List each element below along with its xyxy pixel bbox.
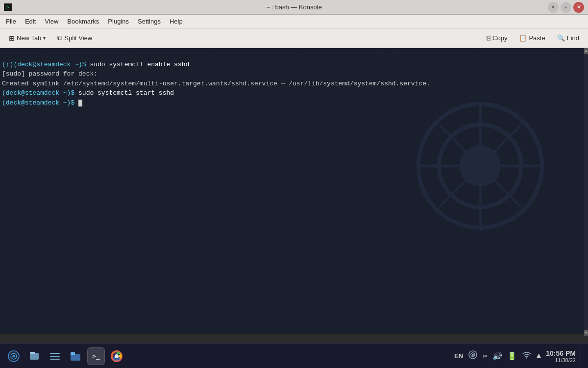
svg-rect-11 xyxy=(71,354,80,361)
svg-rect-10 xyxy=(50,359,60,360)
menu-settings[interactable]: Settings xyxy=(134,16,165,26)
paste-button[interactable]: 📋 Paste xyxy=(514,32,550,44)
find-label: Find xyxy=(567,34,579,42)
svg-point-0 xyxy=(418,104,542,228)
svg-rect-12 xyxy=(71,352,75,355)
taskbar-terminal-icon[interactable]: >_ xyxy=(87,347,105,365)
tray-arrow-icon[interactable]: ▲ xyxy=(537,352,541,361)
menu-plugins[interactable]: Plugins xyxy=(104,16,133,26)
menu-file[interactable]: File xyxy=(2,16,20,26)
tray-steam-icon[interactable] xyxy=(468,350,478,362)
maximize-button[interactable]: ▪ xyxy=(561,2,571,13)
svg-point-2 xyxy=(460,145,501,186)
window-title: ~ : bash — Konsole xyxy=(266,3,322,11)
taskbar-steam-icon[interactable] xyxy=(5,347,23,365)
taskbar: >_ EN ✂ 🔊 🔋 xyxy=(0,343,588,368)
show-desktop-button[interactable] xyxy=(581,347,583,365)
split-view-icon: ⧉ xyxy=(57,34,62,42)
tray-wifi-icon[interactable] xyxy=(522,350,532,362)
copy-label: Copy xyxy=(492,34,507,42)
svg-rect-7 xyxy=(30,352,35,354)
taskbar-discover-icon[interactable] xyxy=(46,347,64,365)
new-tab-button[interactable]: ⊞ New Tab ▾ xyxy=(4,32,50,44)
tray-battery-icon[interactable]: 🔋 xyxy=(507,351,517,361)
menu-help[interactable]: Help xyxy=(166,16,187,26)
new-tab-dropdown-icon[interactable]: ▾ xyxy=(43,35,46,41)
minimize-button[interactable]: ▾ xyxy=(548,2,559,13)
taskbar-files-icon[interactable] xyxy=(25,347,43,365)
svg-rect-6 xyxy=(30,353,39,360)
svg-rect-9 xyxy=(50,356,60,357)
menu-edit[interactable]: Edit xyxy=(21,16,40,26)
tray-volume-icon[interactable]: 🔊 xyxy=(492,351,502,361)
system-clock[interactable]: 10:56 PM 11/30/22 xyxy=(546,349,576,363)
terminal-content: (↑)(deck@steamdeck ~)$ sudo systemctl en… xyxy=(2,50,588,117)
copy-icon: ⎘ xyxy=(487,34,490,42)
find-icon: 🔍 xyxy=(557,34,565,42)
clock-time: 10:56 PM xyxy=(546,349,576,357)
clock-date: 11/30/22 xyxy=(546,357,576,363)
menu-view[interactable]: View xyxy=(41,16,62,26)
new-tab-icon: ⊞ xyxy=(9,34,15,42)
terminal-area[interactable]: (↑)(deck@steamdeck ~)$ sudo systemctl en… xyxy=(0,48,588,334)
toolbar: ⊞ New Tab ▾ ⧉ Split View ⎘ Copy 📋 Paste … xyxy=(0,28,588,48)
tray-scissors-icon[interactable]: ✂ xyxy=(483,351,488,361)
split-view-label: Split View xyxy=(64,34,92,42)
titlebar: > ~ : bash — Konsole ▾ ▪ ✕ xyxy=(0,0,588,15)
menubar: File Edit View Bookmarks Plugins Setting… xyxy=(0,15,588,28)
taskbar-chrome-icon[interactable] xyxy=(108,347,125,365)
svg-point-19 xyxy=(526,357,527,358)
scroll-down-arrow[interactable]: ▼ xyxy=(584,330,588,336)
paste-label: Paste xyxy=(529,34,545,42)
taskbar-system-tray: EN ✂ 🔊 🔋 ▲ 10:56 PM xyxy=(454,347,583,365)
taskbar-dolphin-icon[interactable] xyxy=(67,347,84,365)
menu-bookmarks[interactable]: Bookmarks xyxy=(63,16,103,26)
language-indicator[interactable]: EN xyxy=(454,352,463,360)
find-button[interactable]: 🔍 Find xyxy=(552,32,584,44)
new-tab-label: New Tab xyxy=(17,34,41,42)
svg-point-5 xyxy=(13,355,15,357)
svg-point-18 xyxy=(472,354,474,356)
close-button[interactable]: ✕ xyxy=(573,2,584,13)
paste-icon: 📋 xyxy=(519,34,527,42)
svg-point-15 xyxy=(115,354,119,358)
svg-point-1 xyxy=(439,125,521,207)
split-view-button[interactable]: ⧉ Split View xyxy=(52,32,97,44)
svg-rect-8 xyxy=(50,353,60,354)
app-icon: > xyxy=(4,3,12,11)
copy-button[interactable]: ⎘ Copy xyxy=(482,32,512,44)
